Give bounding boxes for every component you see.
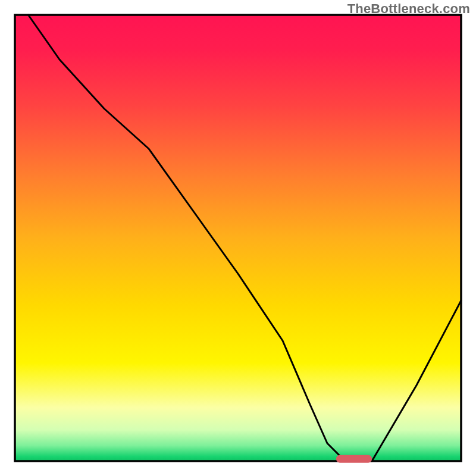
optimum-marker [336, 455, 372, 463]
plot-area [15, 15, 461, 461]
watermark-text: TheBottleneck.com [347, 1, 470, 17]
chart-svg [0, 0, 476, 476]
bottleneck-chart: TheBottleneck.com [0, 0, 476, 476]
